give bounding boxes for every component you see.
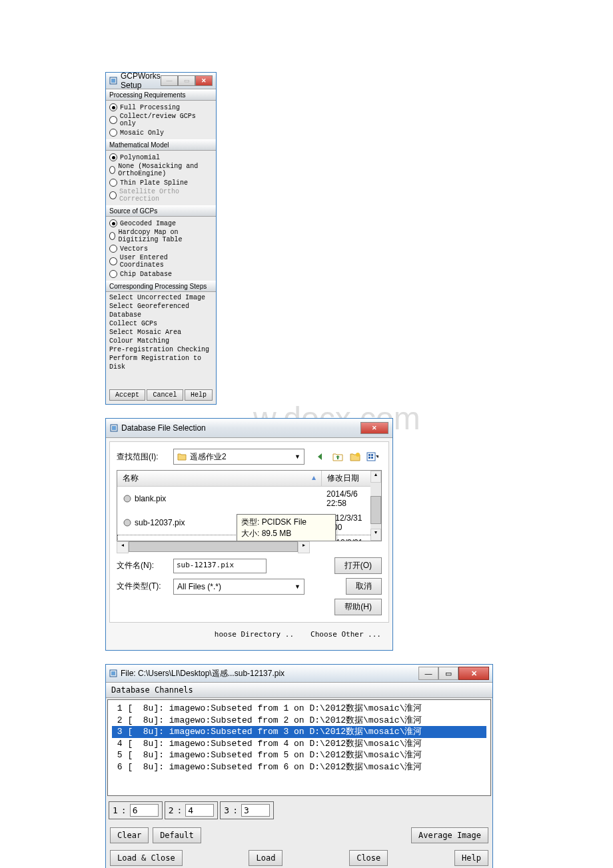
close-button[interactable]: ✕ [360, 422, 388, 434]
rgb-red-box: 1: 6 [109, 801, 163, 819]
rgb-label: 2 [169, 805, 174, 815]
maximize-button[interactable]: ▭ [438, 667, 458, 680]
app-icon [109, 669, 117, 677]
radio-icon [109, 191, 117, 199]
file-name: sub-12037.pix [135, 518, 185, 527]
average-image-button[interactable]: Average Image [411, 827, 488, 843]
radio-hardcopy-map[interactable]: Hardcopy Map on Digitizing Table [109, 228, 213, 244]
processing-requirements-header: Processing Requirements [106, 89, 216, 101]
lookin-value: 遥感作业2 [190, 451, 227, 463]
channel-list[interactable]: 1 [ 8u]: imagewo:Subseted from 1 on D:\2… [107, 699, 491, 796]
dropdown-arrow-icon: ▼ [295, 453, 301, 460]
radio-label: Polynomial [120, 154, 160, 161]
scroll-up-icon[interactable]: ▴ [370, 471, 381, 483]
maximize-button[interactable]: ▭ [178, 75, 195, 86]
choose-other-button[interactable]: Choose Other ... [310, 630, 381, 639]
database-file-selection-dialog: Database File Selection ✕ 查找范围(I): 遥感作业2… [105, 418, 393, 651]
channel-row[interactable]: 1 [ 8u]: imagewo:Subseted from 1 on D:\2… [112, 703, 486, 715]
close-button[interactable]: ✕ [195, 75, 213, 86]
dropdown-arrow-icon: ▼ [295, 583, 301, 590]
channel-row[interactable]: 6 [ 8u]: imagewo:Subseted from 6 on D:\2… [112, 761, 486, 773]
radio-geocoded-image[interactable]: Geocoded Image [109, 219, 213, 228]
channel-row[interactable]: 4 [ 8u]: imagewo:Subseted from 4 on D:\2… [112, 738, 486, 750]
radio-icon [109, 232, 115, 240]
titlebar[interactable]: File: C:\Users\LI\Desktop\遥感...sub-12137… [106, 665, 492, 683]
scroll-thumb[interactable] [370, 496, 381, 524]
default-button[interactable]: Default [153, 827, 201, 843]
cancel-button[interactable]: 取消 [346, 578, 382, 595]
radio-icon [109, 129, 117, 137]
load-close-button[interactable]: Load & Close [110, 850, 183, 866]
horizontal-scrollbar[interactable]: ◂ ▸ [117, 541, 310, 552]
titlebar[interactable]: GCPWorks Setup — ▭ ✕ [106, 73, 216, 89]
rgb-red-input[interactable]: 6 [130, 804, 159, 817]
lookin-label: 查找范围(I): [117, 451, 173, 463]
processing-steps-header: Corresponding Processing Steps [106, 281, 216, 292]
choose-directory-button[interactable]: hoose Directory .. [215, 630, 294, 639]
file-list[interactable]: 名称▴ 修改日期 blank.pix 2014/5/6 22:58 sub-12… [117, 470, 382, 541]
accept-button[interactable]: Accept [109, 389, 145, 401]
radio-chip-database[interactable]: Chip Database [109, 269, 213, 279]
rgb-green-box: 2: 4 [165, 801, 219, 819]
rgb-green-input[interactable]: 4 [185, 804, 214, 817]
step-item: Perform Registration to Disk [109, 354, 213, 371]
radio-collect-review[interactable]: Collect/review GCPs only [109, 112, 213, 128]
minimize-button[interactable]: — [161, 75, 178, 86]
steps-list: Select Uncorrected Image Select Georefer… [106, 292, 216, 373]
lookin-combo[interactable]: 遥感作业2 ▼ [173, 449, 305, 465]
scroll-right-icon[interactable]: ▸ [298, 541, 310, 553]
radio-vectors[interactable]: Vectors [109, 244, 213, 253]
help-button[interactable]: Help [185, 389, 213, 401]
radio-label: Full Processing [120, 104, 180, 111]
radio-icon [109, 179, 117, 187]
radio-icon [109, 257, 117, 265]
view-menu-icon[interactable] [366, 451, 378, 463]
close-button[interactable]: Close [349, 850, 388, 866]
radio-icon [109, 245, 117, 253]
back-icon[interactable] [314, 451, 326, 463]
rgb-blue-input[interactable]: 3 [241, 804, 270, 817]
window-title: Database File Selection [121, 423, 360, 433]
close-button[interactable]: ✕ [458, 667, 489, 680]
radio-none-mosaicking[interactable]: None (Mosaicking and OrthoEngine) [109, 162, 213, 178]
column-name[interactable]: 名称▴ [117, 471, 322, 486]
app-icon [109, 77, 117, 85]
radio-label: Vectors [120, 245, 148, 253]
new-folder-icon[interactable] [349, 451, 361, 463]
step-item: Select Georeferenced Database [109, 302, 213, 319]
radio-full-processing[interactable]: Full Processing [109, 103, 213, 112]
svg-rect-9 [371, 457, 373, 459]
channel-row-selected[interactable]: 3 [ 8u]: imagewo:Subseted from 3 on D:\2… [112, 726, 486, 738]
math-model-header: Mathematical Model [106, 139, 216, 151]
svg-rect-6 [368, 454, 370, 456]
channel-row[interactable]: 5 [ 8u]: imagewo:Subseted from 5 on D:\2… [112, 749, 486, 761]
titlebar[interactable]: Database File Selection ✕ [106, 419, 392, 438]
scroll-left-icon[interactable]: ◂ [117, 541, 129, 553]
filetype-combo[interactable]: All Files (*.*) ▼ [173, 579, 305, 595]
radio-polynomial[interactable]: Polynomial [109, 153, 213, 162]
file-row[interactable]: blank.pix 2014/5/6 22:58 [117, 487, 381, 511]
app-icon [110, 424, 118, 432]
channel-row[interactable]: 2 [ 8u]: imagewo:Subseted from 2 on D:\2… [112, 715, 486, 727]
load-button[interactable]: Load [249, 850, 283, 866]
scroll-thumb[interactable] [129, 541, 298, 552]
radio-thin-plate[interactable]: Thin Plate Spline [109, 178, 213, 187]
radio-icon [109, 270, 117, 278]
radio-label: Hardcopy Map on Digitizing Table [118, 229, 213, 243]
clear-button[interactable]: Clear [110, 827, 149, 843]
vertical-scrollbar[interactable]: ▴ ▾ [370, 471, 381, 541]
radio-mosaic-only[interactable]: Mosaic Only [109, 128, 213, 137]
radio-icon [109, 166, 115, 174]
help-button[interactable]: 帮助(H) [334, 599, 382, 615]
up-folder-icon[interactable] [332, 451, 344, 463]
filename-input[interactable]: sub-12137.pix [173, 559, 267, 573]
cancel-button[interactable]: Cancel [147, 389, 183, 401]
file-list-header: 名称▴ 修改日期 [117, 471, 381, 487]
open-button[interactable]: 打开(O) [334, 557, 382, 574]
minimize-button[interactable]: — [418, 667, 438, 680]
svg-point-4 [356, 453, 360, 457]
radio-user-coords[interactable]: User Entered Coordinates [109, 253, 213, 269]
help-button[interactable]: Help [454, 850, 488, 866]
scroll-down-icon[interactable]: ▾ [370, 529, 381, 541]
rgb-label: 1 [113, 805, 118, 815]
